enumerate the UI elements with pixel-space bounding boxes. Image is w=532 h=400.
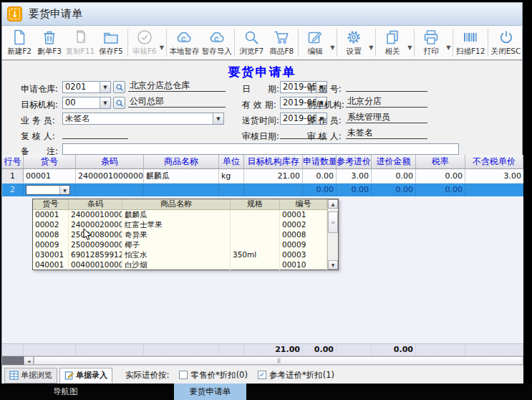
apply-warehouse-combo[interactable]: 0201 ▼: [62, 81, 111, 93]
checkbox-checked-icon[interactable]: ✓: [258, 371, 266, 379]
doc-no-label: 单 据 号:: [307, 83, 342, 95]
scroll-down-button[interactable]: ▼: [328, 260, 338, 270]
target-org-lookup-button[interactable]: [113, 97, 125, 109]
cell-target-stock[interactable]: [244, 184, 303, 196]
check-circle-icon: [136, 29, 153, 46]
related-button[interactable]: 相关: [377, 27, 407, 58]
target-org-label: 目标机构:: [21, 99, 58, 111]
doc-no-value: [346, 80, 427, 92]
table-row-selected[interactable]: 2 ▼ 0.00 0.00 0.00 0.00: [2, 184, 523, 196]
picker-scrollbar[interactable]: ▲ ≡ ▼: [327, 199, 338, 270]
cell-unit[interactable]: kg: [219, 169, 244, 183]
cell-barcode[interactable]: 2400001000000: [76, 169, 144, 183]
remark-input[interactable]: [62, 143, 459, 155]
print-button[interactable]: 打印: [416, 27, 446, 58]
scrollbar-thumb[interactable]: ≡: [328, 211, 338, 233]
picker-col-header: 货号: [33, 199, 69, 209]
table-row[interactable]: 1 00001 2400001000000 麒麟瓜 kg 21.00 0.00 …: [2, 169, 523, 184]
picker-row[interactable]: 00009 2500009000000 椰子 00009: [33, 240, 327, 250]
cell-ref-price[interactable]: 3.00: [337, 169, 372, 183]
goods-button[interactable]: 商品F8: [266, 26, 296, 59]
copy-button[interactable]: 复制F11: [64, 26, 96, 59]
tab-doc-entry[interactable]: 单据录入: [59, 368, 112, 384]
settings-dropdown-arrow-icon[interactable]: ▼: [369, 44, 373, 51]
col-header[interactable]: 单位: [219, 155, 244, 168]
taskbar-item-request-form[interactable]: 要货申请单: [174, 384, 247, 400]
salesman-combo[interactable]: 未签名 ▼: [62, 113, 224, 125]
cell-tax-rate[interactable]: 0.00: [416, 169, 465, 183]
col-header[interactable]: 商品名称: [144, 155, 219, 168]
col-header[interactable]: 条码: [76, 155, 144, 168]
delete-button[interactable]: 删单F3: [34, 26, 64, 59]
auditor-value: 未签名: [346, 128, 427, 139]
temp-import-button[interactable]: 暂存导入: [200, 26, 233, 59]
scroll-up-button[interactable]: ▲: [328, 199, 338, 209]
cell-target-stock[interactable]: 21.00: [244, 169, 303, 183]
audit-dropdown-arrow-icon[interactable]: ▼: [160, 44, 164, 51]
col-header[interactable]: 进价金额: [372, 155, 416, 168]
horizontal-scrollbar[interactable]: ◄ |||: [2, 356, 523, 365]
combo-arrow-icon[interactable]: ▼: [59, 186, 69, 194]
cell-product-name[interactable]: 麒麟瓜: [144, 169, 219, 183]
picker-row[interactable]: 00002 2400002000000 红富士苹果 00002: [33, 220, 327, 230]
edit-doc-icon: [64, 371, 74, 380]
checkbox-ref-discount[interactable]: ✓ 参考进价*折扣(1): [258, 370, 334, 381]
checkbox-retail-discount[interactable]: 零售价*折扣(0): [179, 370, 248, 381]
col-header[interactable]: 不含税单价: [465, 155, 523, 168]
browse-button[interactable]: 浏览F7: [236, 26, 266, 59]
cell-notax-price[interactable]: [465, 184, 523, 196]
auditor-label: 审 核 人:: [307, 130, 342, 143]
combo-arrow-icon[interactable]: ▼: [213, 113, 223, 124]
save-button[interactable]: 保存F5: [96, 26, 126, 59]
target-org-combo[interactable]: 00 ▼: [62, 97, 111, 109]
item-no-combo[interactable]: ▼: [26, 185, 70, 195]
taskbar-item-navmap[interactable]: 导航图: [43, 384, 88, 400]
cell-price-amount[interactable]: 0.00: [372, 184, 416, 196]
combo-arrow-icon[interactable]: ▼: [100, 82, 110, 92]
close-button[interactable]: 关闭ESC: [490, 26, 522, 59]
col-header[interactable]: 货号: [24, 155, 76, 168]
scan-button[interactable]: 扫描F12: [455, 26, 486, 59]
audit-button[interactable]: 审核F6: [130, 27, 160, 58]
checkbox-icon[interactable]: [179, 371, 188, 379]
print-dropdown-arrow-icon[interactable]: ▼: [446, 44, 450, 51]
picker-row[interactable]: 00008 2500008000000 奇异果 00008: [33, 230, 327, 240]
cell-item-no[interactable]: 00001: [24, 169, 76, 183]
new-button[interactable]: 新建F2: [4, 26, 34, 59]
cell-ref-price[interactable]: 0.00: [337, 184, 372, 196]
delivery-time-label: 送货时间:: [242, 115, 279, 127]
local-save-button[interactable]: 本地暂存: [168, 26, 200, 59]
col-header[interactable]: 目标机构库存: [244, 155, 303, 168]
edit-dropdown-arrow-icon[interactable]: ▼: [330, 44, 334, 51]
cell-request-qty[interactable]: 0.00: [303, 184, 337, 196]
item-no-input[interactable]: [26, 186, 59, 194]
cell-price-amount[interactable]: 0.00: [372, 169, 416, 183]
cell-product-name[interactable]: [144, 184, 219, 196]
apply-warehouse-lookup-button[interactable]: [113, 81, 125, 93]
cell-item-no-editing[interactable]: ▼: [24, 184, 76, 196]
col-header[interactable]: 税率: [416, 155, 465, 168]
picker-row[interactable]: 030001 6901285991240 怡宝水 350ml 00003: [33, 250, 327, 260]
trash-icon: [41, 29, 58, 46]
scrollbar-thumb[interactable]: |||: [34, 356, 523, 365]
col-header[interactable]: 行号: [2, 155, 24, 168]
cell-barcode[interactable]: [76, 184, 144, 196]
reviewer-label: 复 核 人:: [21, 130, 55, 143]
cell-tax-rate[interactable]: 0.00: [416, 184, 465, 196]
toolbar-separator: [488, 29, 488, 57]
picker-row[interactable]: 040001 0040001000005 白沙烟 00010: [33, 260, 327, 270]
settings-button[interactable]: 设置: [339, 27, 369, 58]
picker-col-header: 商品名称: [122, 199, 231, 209]
col-header[interactable]: 参考进价: [337, 155, 372, 168]
cell-request-qty[interactable]: 0.00: [303, 169, 337, 183]
col-header[interactable]: 申请数量: [303, 155, 337, 168]
edit-button[interactable]: 编辑: [300, 27, 330, 58]
cell-notax-price[interactable]: 3.00: [465, 169, 523, 183]
picker-row[interactable]: 00001 2400001000000 麒麟瓜 00001: [33, 210, 327, 220]
combo-arrow-icon[interactable]: ▼: [100, 97, 110, 108]
cell-unit[interactable]: [219, 184, 244, 196]
apply-warehouse-name: 北京分店总仓库: [128, 80, 226, 92]
related-dropdown-arrow-icon[interactable]: ▼: [407, 44, 412, 51]
tab-doc-browse[interactable]: 单据浏览: [4, 368, 57, 384]
scroll-left-button[interactable]: ◄: [24, 356, 34, 365]
